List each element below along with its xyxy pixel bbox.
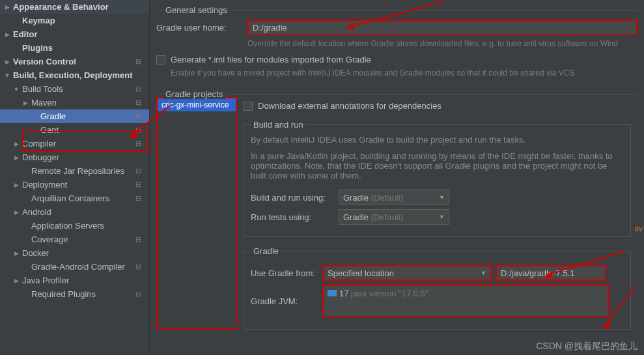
use-gradle-from-combo[interactable]: Specified location ▼ — [322, 265, 492, 281]
sidebar-item[interactable]: Docker — [0, 246, 149, 260]
watermark: CSDN @拽着尾巴的鱼儿 — [536, 341, 637, 352]
sidebar-item-label: Plugins — [22, 43, 53, 53]
expand-arrow-icon — [4, 59, 10, 65]
expand-arrow-icon — [13, 154, 20, 161]
sidebar-item[interactable]: Application Servers — [0, 219, 149, 233]
project-scope-icon: ⊟ — [135, 290, 145, 298]
download-annotations-label: Download external annotations for depend… — [258, 101, 441, 111]
gradle-jvm-label: Gradle JVM: — [251, 296, 322, 306]
sidebar-item[interactable]: Java Profiler — [0, 274, 149, 287]
download-annotations-checkbox[interactable] — [244, 102, 253, 111]
clipped-text: av — [634, 224, 643, 233]
sidebar-item[interactable]: Gradle-Android Compiler⊟ — [0, 260, 149, 274]
gradle-user-home-input[interactable] — [247, 20, 637, 35]
expand-arrow-icon — [4, 72, 10, 79]
expand-arrow-icon — [13, 86, 20, 92]
sidebar-item-label: Arquillian Containers — [31, 193, 109, 203]
gradle-group: Gradle Use Gradle from: Specified locati… — [244, 246, 631, 330]
project-scope-icon: ⊟ — [135, 235, 145, 244]
sidebar-item-label: Remote Jar Repositories — [31, 166, 124, 176]
sidebar-item-label: Debugger — [22, 152, 59, 162]
gradle-group-title: Gradle — [251, 246, 281, 256]
build-and-run-group: Build and run By default IntelliJ IDEA u… — [244, 120, 631, 237]
sidebar-item-label: Docker — [22, 248, 49, 258]
sidebar-item[interactable]: Arquillian Containers⊟ — [0, 192, 149, 205]
expand-arrow-icon — [13, 277, 20, 284]
sidebar-item[interactable]: Android — [0, 205, 149, 219]
sidebar-item[interactable]: Plugins — [0, 41, 149, 55]
expand-arrow-icon — [22, 100, 29, 106]
expand-arrow-icon — [13, 209, 20, 216]
sidebar-item[interactable]: Build, Execution, Deployment — [0, 68, 149, 82]
sidebar-item-label: Android — [22, 207, 51, 217]
build-using-label: Build and run using: — [251, 193, 339, 203]
sidebar-item[interactable]: Version Control⊟ — [0, 55, 149, 68]
settings-sidebar: Appearance & BehaviorKeymapEditorPlugins… — [0, 0, 150, 355]
sidebar-item-label: Coverage — [31, 234, 68, 244]
sidebar-item[interactable]: Remote Jar Repositories⊟ — [0, 164, 149, 178]
sidebar-item-label: Keymap — [22, 16, 55, 25]
project-scope-icon: ⊟ — [135, 85, 145, 93]
sidebar-item-label: Java Profiler — [22, 276, 69, 285]
settings-main: General settings Gradle user home: Overr… — [150, 0, 644, 355]
sidebar-item-label: Editor — [13, 29, 38, 39]
chevron-down-icon: ▼ — [439, 194, 445, 201]
gradle-projects-title: Gradle projects — [163, 89, 225, 99]
project-list-item[interactable]: cric-gx-mini-service — [158, 98, 236, 111]
project-scope-icon: ⊟ — [135, 167, 145, 175]
build-run-desc2: In a pure Java/Kotlin project, building … — [251, 151, 624, 180]
sidebar-item[interactable]: Deployment⊟ — [0, 178, 149, 192]
sidebar-item-label: Required Plugins — [31, 289, 96, 299]
gradle-user-home-help: Override the default location where Grad… — [247, 39, 637, 48]
general-settings-title: General settings — [163, 5, 230, 15]
sidebar-item-label: Build, Execution, Deployment — [13, 70, 132, 80]
chevron-down-icon: ▼ — [481, 270, 486, 276]
project-scope-icon: ⊟ — [135, 112, 145, 121]
sidebar-item-label: Application Servers — [31, 221, 104, 231]
expand-arrow-icon — [13, 250, 20, 257]
sidebar-item[interactable]: Editor — [0, 27, 149, 41]
sidebar-item-label: Version Control — [13, 57, 76, 66]
build-using-combo[interactable]: Gradle (Default) ▼ — [339, 190, 449, 205]
build-run-desc1: By default IntelliJ IDEA uses Gradle to … — [251, 135, 624, 145]
gradle-jvm-combo[interactable]: 17 java version "17.0.5" — [322, 285, 609, 317]
build-and-run-title: Build and run — [251, 120, 306, 130]
use-gradle-from-label: Use Gradle from: — [251, 268, 322, 278]
sidebar-item[interactable]: Debugger — [0, 150, 149, 164]
sidebar-item-label: Build Tools — [22, 84, 63, 94]
chevron-down-icon: ▼ — [439, 214, 445, 220]
sidebar-item-label: Gradle — [40, 111, 66, 121]
expand-arrow-icon — [4, 4, 10, 10]
tests-using-combo[interactable]: Gradle (Default) ▼ — [339, 209, 449, 225]
gradle-user-home-label: Gradle user home: — [156, 23, 247, 33]
gradle-location-input[interactable]: D:/java/gradle-7.5.1 — [496, 265, 606, 281]
sidebar-item-label: Deployment — [22, 180, 67, 190]
project-scope-icon: ⊟ — [135, 263, 145, 271]
expand-arrow-icon — [13, 141, 20, 147]
sidebar-item[interactable]: Keymap — [0, 14, 149, 27]
sidebar-item-label: Maven — [31, 98, 57, 107]
jdk-icon — [328, 290, 337, 296]
sidebar-item-label: Appearance & Behavior — [13, 2, 109, 12]
tests-using-label: Run tests using: — [251, 212, 339, 222]
sidebar-item-label: Gradle-Android Compiler — [31, 262, 125, 272]
generate-iml-checkbox[interactable] — [156, 55, 165, 64]
expand-arrow-icon — [4, 31, 10, 38]
sidebar-item[interactable]: Gradle⊟ — [0, 109, 149, 123]
generate-iml-label: Generate *.iml files for modules importe… — [171, 55, 371, 64]
sidebar-item[interactable]: Coverage⊟ — [0, 233, 149, 246]
project-scope-icon: ⊟ — [135, 57, 145, 66]
generate-iml-help: Enable if you have a mixed project with … — [171, 68, 637, 78]
expand-arrow-icon — [13, 182, 20, 188]
sidebar-item[interactable]: Appearance & Behavior — [0, 0, 149, 14]
project-scope-icon: ⊟ — [135, 194, 145, 203]
sidebar-item[interactable]: Maven⊟ — [0, 96, 149, 109]
project-scope-icon: ⊟ — [135, 180, 145, 189]
project-list[interactable]: cric-gx-mini-service — [156, 97, 237, 330]
sidebar-item[interactable]: Required Plugins⊟ — [0, 287, 149, 301]
annotation-gradle-box — [22, 131, 148, 152]
project-scope-icon: ⊟ — [135, 98, 145, 107]
sidebar-item[interactable]: Build Tools⊟ — [0, 82, 149, 96]
